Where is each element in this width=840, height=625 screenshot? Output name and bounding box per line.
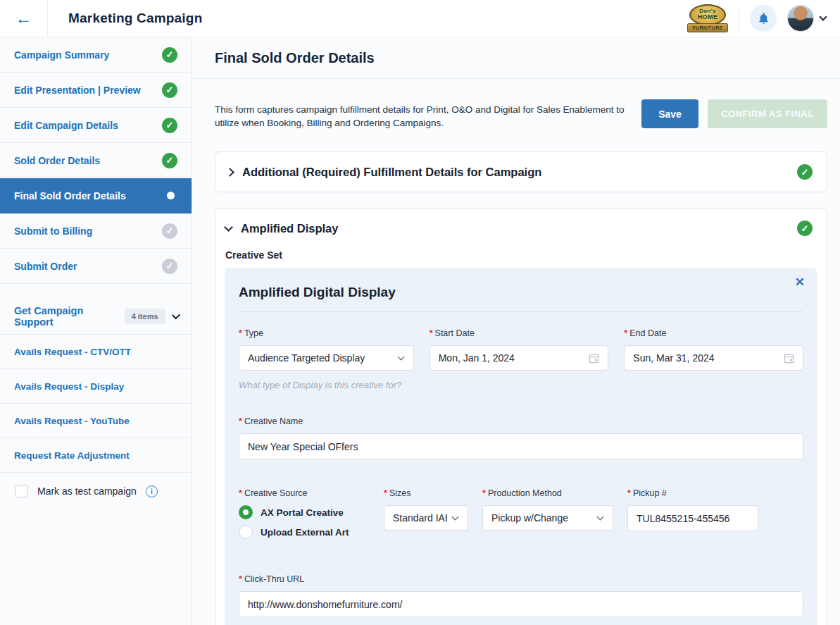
fulfillment-details-accordion: Additional (Required) Fulfillment Detail… [215,151,827,192]
check-circle-icon: ✓ [162,153,177,168]
chevron-down-icon [224,223,233,232]
production-method-select[interactable]: Pickup w/Change [482,505,613,531]
check-circle-gray-icon: ✓ [162,223,177,239]
start-date-label: *Start Date [430,328,609,338]
sidebar-item-avails-display[interactable]: Avails Request - Display [0,369,192,404]
marketing-campaign-app: ← Marketing Campaign Don's HOME FURNITUR… [0,0,840,625]
amplified-digital-display-card: ✕ Amplified Digital Display *Type Audien… [225,268,817,625]
chevron-down-icon [597,514,604,521]
required-asterisk: * [482,488,486,498]
click-thru-url-input[interactable] [239,591,803,617]
check-circle-icon: ✓ [162,118,177,133]
sidebar-item-sold-order-details[interactable]: Sold Order Details ✓ [0,143,192,178]
creative-name-label: *Creative Name [239,416,803,426]
test-campaign-checkbox[interactable] [15,485,28,497]
current-step-dot-icon [167,192,175,199]
logo-banner: FURNITURE [687,23,728,32]
header-divider [739,6,739,30]
save-button[interactable]: Save [641,99,698,128]
avatar [787,5,814,32]
sidebar-item-avails-ctv-ott[interactable]: Avails Request - CTV/OTT [0,335,192,369]
pickup-number-label: *Pickup # [627,488,758,498]
calendar-icon [589,353,599,364]
notifications-button[interactable] [750,5,777,32]
chevron-down-icon [452,514,459,521]
sidebar-item-campaign-summary[interactable]: Campaign Summary ✓ [0,37,192,73]
calendar-icon [784,353,794,364]
sidebar-item-avails-youtube[interactable]: Avails Request - YouTube [0,404,192,438]
creative-set-label: Creative Set [215,249,827,261]
section-title: Final Sold Order Details [215,50,375,66]
check-circle-icon: ✓ [797,164,813,180]
start-date-input[interactable]: Mon, Jan 1, 2024 [430,345,609,371]
required-asterisk: * [627,488,631,498]
company-logo: Don's HOME FURNITURE [687,3,728,34]
creative-source-label: *Creative Source [239,488,370,498]
required-asterisk: * [239,416,242,426]
get-campaign-support-toggle[interactable]: Get Campaign Support 4 items [0,299,192,335]
sidebar-item-edit-presentation[interactable]: Edit Presentation | Preview ✓ [0,73,192,108]
radio-unselected-icon [239,525,253,539]
sidebar-item-final-sold-order-details[interactable]: Final Sold Order Details [0,178,192,214]
form-description: This form captures campaign fulfillment … [215,99,627,130]
chevron-down-icon [172,311,180,319]
production-method-label: *Production Method [482,488,613,498]
amplified-display-accordion: Amplified Display ✓ Creative Set ✕ Ampli… [215,208,827,625]
check-circle-gray-icon: ✓ [162,259,177,274]
radio-selected-icon [239,505,253,519]
required-asterisk: * [239,488,242,498]
main-content: Final Sold Order Details This form captu… [192,37,840,625]
required-asterisk: * [430,328,433,338]
required-asterisk: * [239,574,242,584]
fulfillment-accordion-header[interactable]: Additional (Required) Fulfillment Detail… [215,152,827,192]
arrow-left-icon: ← [15,10,32,27]
end-date-input[interactable]: Sun, Mar 31, 2024 [624,345,803,371]
source-option-ax-portal[interactable]: AX Portal Creative [239,505,370,519]
user-menu[interactable] [787,5,826,32]
confirm-as-final-button[interactable]: CONFIRM AS FINAL [708,99,827,128]
sizes-select[interactable]: Standard IAB [384,505,468,531]
check-circle-icon: ✓ [162,82,177,98]
end-date-label: *End Date [624,328,803,338]
top-bar: ← Marketing Campaign Don's HOME FURNITUR… [0,0,840,37]
amplified-display-accordion-header[interactable]: Amplified Display ✓ [215,209,827,248]
logo-line2: HOME [698,14,718,21]
back-button[interactable]: ← [0,0,48,37]
sidebar: Campaign Summary ✓ Edit Presentation | P… [0,37,192,625]
test-campaign-label: Mark as test campaign [37,485,137,497]
type-helper-text: What type of Display is this creative fo… [239,380,414,390]
check-circle-icon: ✓ [797,221,813,236]
form-intro: This form captures campaign fulfillment … [215,99,827,130]
close-icon[interactable]: ✕ [795,276,805,288]
click-thru-url-label: *Click-Thru URL [239,574,803,584]
items-count-badge: 4 items [125,309,165,324]
source-option-upload-external[interactable]: Upload External Art [239,525,370,539]
pickup-number-input[interactable] [627,505,758,531]
check-circle-icon: ✓ [162,47,177,63]
bell-icon [757,12,770,25]
chevron-right-icon [225,168,234,177]
type-select[interactable]: Audience Targeted Display [239,345,414,371]
sidebar-item-submit-to-billing[interactable]: Submit to Billing ✓ [0,214,192,249]
card-title: Amplified Digital Display [239,280,803,312]
creative-name-input[interactable] [239,433,803,459]
type-label: *Type [239,328,414,338]
sizes-label: *Sizes [384,488,468,498]
test-campaign-row: Mark as test campaign i [0,485,192,497]
required-asterisk: * [239,328,242,338]
page-title: Marketing Campaign [68,11,202,26]
sidebar-item-request-rate-adjustment[interactable]: Request Rate Adjustment [0,438,192,473]
chevron-down-icon [397,354,404,361]
chevron-down-icon [819,13,827,20]
required-asterisk: * [624,328,627,338]
top-bar-actions: Don's HOME FURNITURE [687,3,840,34]
sidebar-item-edit-campaign-details[interactable]: Edit Campaign Details ✓ [0,108,192,143]
sidebar-item-submit-order[interactable]: Submit Order ✓ [0,249,192,284]
required-asterisk: * [384,488,387,498]
info-icon[interactable]: i [146,485,158,497]
